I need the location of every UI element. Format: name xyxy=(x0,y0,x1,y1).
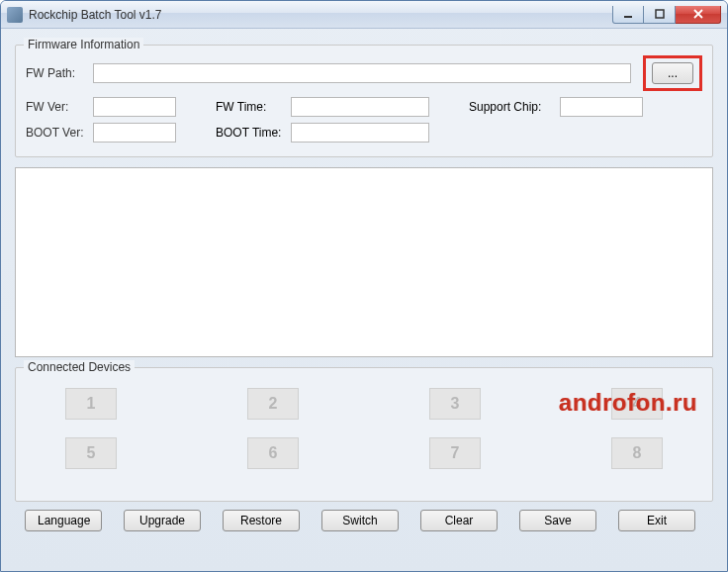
app-icon xyxy=(7,7,23,23)
fw-ver-input[interactable] xyxy=(93,97,176,117)
browse-highlight: ... xyxy=(643,55,702,91)
device-slot-5[interactable]: 5 xyxy=(65,437,117,469)
fw-path-input[interactable] xyxy=(93,63,631,83)
maximize-button[interactable] xyxy=(644,6,676,24)
boot-ver-input[interactable] xyxy=(93,123,176,143)
device-slot-4[interactable]: 4 xyxy=(611,388,663,420)
language-button[interactable]: Language xyxy=(25,510,102,531)
connected-devices-group: Connected Devices 1 2 3 4 5 6 7 8 xyxy=(15,367,713,502)
boot-time-input[interactable] xyxy=(291,123,429,143)
fw-time-label: FW Time: xyxy=(216,100,285,114)
window-controls xyxy=(612,6,721,24)
device-slot-7[interactable]: 7 xyxy=(429,437,481,469)
svg-rect-1 xyxy=(656,10,664,18)
support-chip-label: Support Chip: xyxy=(469,100,554,114)
devices-legend: Connected Devices xyxy=(24,360,135,374)
device-slot-1[interactable]: 1 xyxy=(65,388,117,420)
fw-ver-label: FW Ver: xyxy=(26,100,87,114)
app-window: Rockchip Batch Tool v1.7 Firmware Inform… xyxy=(0,0,728,572)
boot-time-label: BOOT Time: xyxy=(216,126,285,140)
browse-button[interactable]: ... xyxy=(652,62,693,84)
svg-rect-0 xyxy=(624,16,632,18)
fw-time-input[interactable] xyxy=(291,97,429,117)
device-slot-2[interactable]: 2 xyxy=(247,388,299,420)
client-area: Firmware Information FW Path: ... FW Ver… xyxy=(1,29,727,543)
device-slot-3[interactable]: 3 xyxy=(429,388,481,420)
restore-button[interactable]: Restore xyxy=(223,510,300,531)
close-button[interactable] xyxy=(676,6,721,24)
firmware-info-group: Firmware Information FW Path: ... FW Ver… xyxy=(15,45,713,157)
close-icon xyxy=(692,9,704,19)
bottom-toolbar: Language Upgrade Restore Switch Clear Sa… xyxy=(15,502,713,531)
support-chip-input[interactable] xyxy=(560,97,643,117)
clear-button[interactable]: Clear xyxy=(420,510,498,531)
minimize-button[interactable] xyxy=(612,6,644,24)
upgrade-button[interactable]: Upgrade xyxy=(124,510,201,531)
minimize-icon xyxy=(623,9,633,19)
maximize-icon xyxy=(655,9,665,19)
save-button[interactable]: Save xyxy=(519,510,596,531)
switch-button[interactable]: Switch xyxy=(321,510,399,531)
exit-button[interactable]: Exit xyxy=(618,510,695,531)
titlebar[interactable]: Rockchip Batch Tool v1.7 xyxy=(1,1,727,29)
log-output[interactable] xyxy=(15,167,713,357)
fw-path-label: FW Path: xyxy=(26,66,87,80)
device-slot-6[interactable]: 6 xyxy=(247,437,299,469)
firmware-legend: Firmware Information xyxy=(24,38,143,51)
boot-ver-label: BOOT Ver: xyxy=(26,126,87,140)
device-slot-8[interactable]: 8 xyxy=(611,437,663,469)
window-title: Rockchip Batch Tool v1.7 xyxy=(29,8,612,22)
